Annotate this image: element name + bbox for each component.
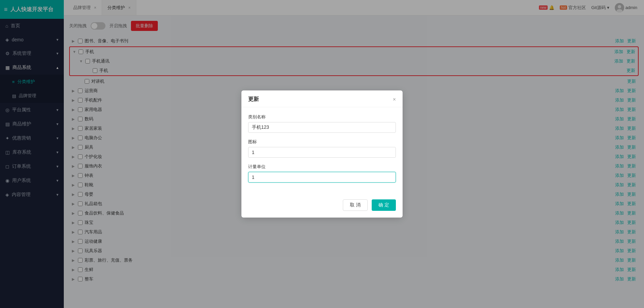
modal-footer: 取 消 确 定 [241,195,403,218]
modal-title: 更新 [248,96,259,103]
confirm-button[interactable]: 确 定 [372,199,396,211]
modal-overlay[interactable]: 更新 × 类别名称 图标 计量单位 取 消 确 定 [0,0,644,308]
unit-input[interactable] [248,172,396,183]
modal-header: 更新 × [241,90,403,107]
modal-body: 类别名称 图标 计量单位 [241,107,403,195]
unit-label: 计量单位 [248,164,396,170]
form-group-category-name: 类别名称 [248,114,396,133]
category-name-input[interactable] [248,122,396,133]
update-modal: 更新 × 类别名称 图标 计量单位 取 消 确 定 [241,90,403,218]
icon-input[interactable] [248,147,396,158]
modal-close-button[interactable]: × [393,97,396,103]
icon-label: 图标 [248,139,396,145]
cancel-button[interactable]: 取 消 [343,199,368,211]
form-group-icon: 图标 [248,139,396,158]
category-name-label: 类别名称 [248,114,396,120]
form-group-unit: 计量单位 [248,164,396,183]
